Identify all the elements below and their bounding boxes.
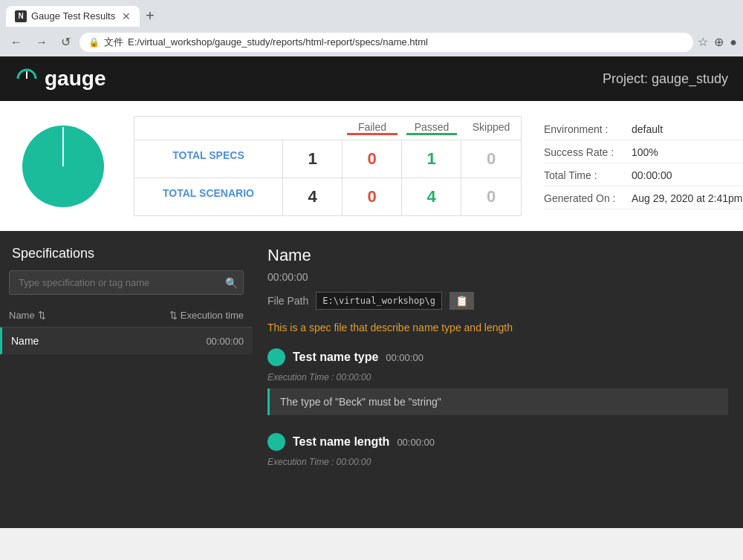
app-header: gauge Project: gauge_study [0, 56, 743, 101]
meta-environment-value: default [632, 123, 663, 135]
stats-table: Failed Passed Skipped TOTAL SPECS 1 0 1 … [134, 116, 522, 216]
browser-chrome: N Gauge Test Results ✕ + ← → ↺ 🔒 文件 E:/v… [0, 0, 743, 56]
scenario-1-name: Test name type [293, 351, 378, 364]
main-content: Specifications 🔍 Name ⇅ ⇅ Execution time… [0, 231, 743, 528]
stats-header-row: Failed Passed Skipped [134, 116, 522, 140]
extension-icon[interactable]: ⊕ [714, 35, 724, 49]
scenario-1-time: 00:00:00 [386, 352, 424, 363]
profile-icon[interactable]: ● [730, 36, 737, 49]
scenario-2-status-dot [267, 433, 285, 451]
logo-text: gauge [45, 67, 106, 91]
total-scenario-failed: 0 [343, 178, 402, 215]
search-input[interactable] [9, 270, 244, 295]
list-item-time: 00:00:00 [206, 336, 244, 347]
list-header: Name ⇅ ⇅ Execution time [0, 304, 253, 328]
file-path-copy-button[interactable]: 📋 [450, 292, 474, 310]
back-button[interactable]: ← [6, 33, 27, 52]
sidebar-title: Specifications [0, 231, 253, 270]
tab-close-btn[interactable]: ✕ [122, 10, 131, 22]
total-specs-row: TOTAL SPECS 1 0 1 0 [134, 140, 522, 178]
total-scenario-row: TOTAL SCENARIO 4 0 4 0 [134, 178, 522, 216]
secure-icon: 🔒 [88, 37, 100, 48]
meta-success-rate-label: Success Rate : [544, 146, 626, 158]
file-path-value: E:\virtual_workshop\g [316, 292, 442, 310]
detail-time: 00:00:00 [267, 271, 728, 283]
spec-description: This is a spec file that describe name t… [267, 322, 728, 333]
meta-total-time-value: 00:00:00 [632, 169, 672, 181]
list-col-name[interactable]: Name ⇅ [9, 310, 169, 321]
new-tab-button[interactable]: + [140, 4, 160, 27]
total-specs-skipped: 0 [461, 140, 521, 178]
col-skipped: Skipped [461, 117, 521, 140]
total-scenario-passed: 4 [402, 178, 461, 215]
search-box: 🔍 [9, 270, 244, 295]
detail-panel: Name 00:00:00 File Path E:\virtual_works… [253, 231, 743, 528]
total-specs-total: 1 [283, 140, 343, 178]
forward-button[interactable]: → [31, 33, 52, 52]
list-item[interactable]: Name 00:00:00 [0, 328, 253, 354]
total-scenario-skipped: 0 [461, 178, 521, 215]
scenario-1-execution-time: Execution Time : 00:00:00 [267, 372, 728, 382]
bookmark-icon[interactable]: ☆ [698, 35, 708, 49]
address-field[interactable]: 🔒 文件 E:/virtual_workshop/gauge_study/rep… [80, 33, 693, 52]
tab-favicon: N [15, 10, 27, 22]
scenario-2-name: Test name length [293, 435, 389, 449]
tab-title: Gauge Test Results [31, 10, 115, 22]
meta-generated-on-label: Generated On : [544, 192, 626, 204]
meta-generated-on: Generated On : Aug 29, 2020 at 2:41pm [544, 192, 743, 209]
project-name: Project: gauge_study [603, 71, 728, 87]
scenario-2: Test name length 00:00:00 Execution Time… [267, 433, 728, 467]
reload-button[interactable]: ↺ [56, 32, 75, 52]
scenario-1: Test name type 00:00:00 Execution Time :… [267, 348, 728, 415]
scenario-1-status-dot [267, 348, 285, 366]
total-scenario-label: TOTAL SCENARIO [134, 178, 283, 215]
meta-success-rate: Success Rate : 100% [544, 146, 743, 163]
gauge-logo-icon [15, 67, 39, 91]
pie-chart [15, 118, 111, 215]
list-col-time[interactable]: ⇅ Execution time [169, 310, 244, 321]
total-specs-label: TOTAL SPECS [134, 140, 283, 178]
file-path-row: File Path E:\virtual_workshop\g 📋 [267, 292, 728, 310]
meta-environment-label: Environment : [544, 123, 626, 135]
meta-info: Environment : default Success Rate : 100… [544, 123, 743, 209]
search-icon: 🔍 [225, 277, 238, 289]
total-specs-passed: 1 [402, 140, 461, 178]
scenario-1-header: Test name type 00:00:00 [267, 348, 728, 366]
col-passed: Passed [402, 117, 461, 140]
meta-success-rate-value: 100% [632, 146, 658, 158]
total-specs-failed: 0 [343, 140, 402, 178]
scenario-2-execution-time: Execution Time : 00:00:00 [267, 457, 728, 467]
sidebar: Specifications 🔍 Name ⇅ ⇅ Execution time… [0, 231, 253, 528]
scenario-2-header: Test name length 00:00:00 [267, 433, 728, 451]
total-scenario-total: 4 [283, 178, 343, 215]
col-failed: Failed [343, 117, 402, 140]
scenario-2-time: 00:00:00 [397, 437, 435, 448]
url-text: E:/virtual_workshop/gauge_study/reports/… [128, 36, 428, 48]
meta-generated-on-value: Aug 29, 2020 at 2:41pm [632, 192, 742, 204]
list-item-name: Name [11, 335, 206, 347]
file-path-label: File Path [267, 295, 308, 307]
meta-total-time-label: Total Time : [544, 169, 626, 181]
url-prefix: 文件 [104, 36, 123, 49]
browser-tab[interactable]: N Gauge Test Results ✕ [6, 6, 140, 27]
detail-title: Name [267, 246, 728, 265]
stats-section: Failed Passed Skipped TOTAL SPECS 1 0 1 … [0, 101, 743, 231]
meta-total-time: Total Time : 00:00:00 [544, 169, 743, 186]
step-item-1: The type of "Beck" must be "string" [267, 388, 728, 415]
meta-environment: Environment : default [544, 123, 743, 140]
logo: gauge [15, 67, 106, 91]
